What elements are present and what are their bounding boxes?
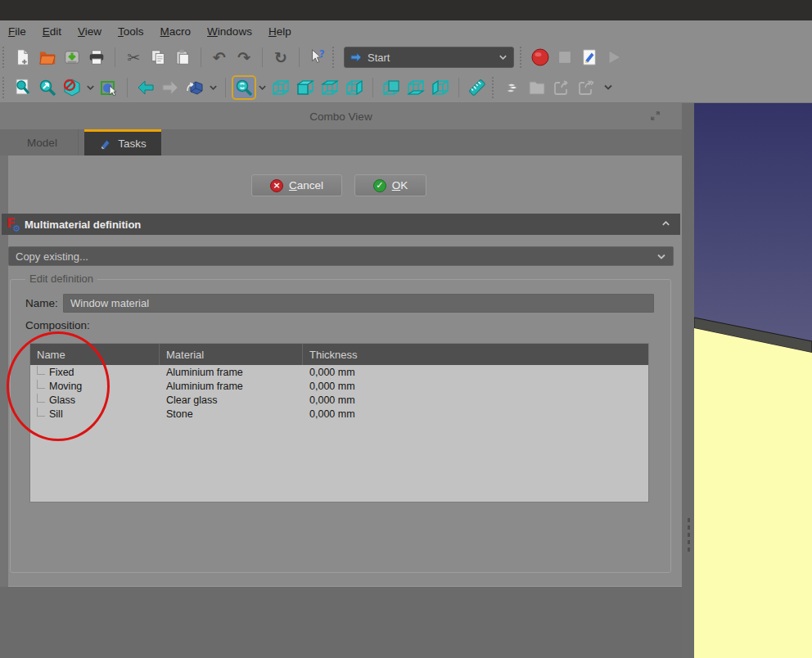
combo-view-panel: Combo View Model Tasks × Cancel ✓ OK <box>0 103 682 658</box>
collapse-chevron-icon[interactable] <box>661 220 670 227</box>
chevron-down-icon[interactable] <box>258 84 267 91</box>
redo-button[interactable]: ↷ <box>232 45 256 70</box>
pencil-icon <box>99 137 112 151</box>
save-icon <box>63 48 81 66</box>
chevron-down-icon[interactable] <box>86 84 95 91</box>
toolbar-drag-handle[interactable] <box>2 47 5 68</box>
whats-this-button[interactable]: ? <box>305 45 330 70</box>
menu-macro[interactable]: Macro <box>152 22 200 41</box>
share-button[interactable] <box>574 75 598 100</box>
navigate-back-icon <box>136 78 156 97</box>
toolbar-drag-handle[interactable] <box>492 77 494 98</box>
macro-stop-icon <box>556 48 574 66</box>
menu-help[interactable]: Help <box>260 22 300 41</box>
table-row[interactable]: Fixed Aluminium frame 0,000 mm <box>30 365 648 379</box>
ok-button[interactable]: ✓ OK <box>354 174 426 196</box>
fit-all-button[interactable] <box>11 75 35 100</box>
view-rear-button[interactable] <box>379 75 404 100</box>
view-isometric-button[interactable] <box>268 75 293 100</box>
toolbar-separator <box>262 47 263 67</box>
chevron-down-icon[interactable] <box>209 84 218 91</box>
column-header-name[interactable]: Name <box>30 344 160 365</box>
name-input[interactable] <box>63 294 654 313</box>
tree-branch-icon <box>37 394 45 403</box>
view-bottom-button[interactable] <box>404 75 428 100</box>
cut-button[interactable]: ✂ <box>121 45 146 70</box>
save-button[interactable] <box>60 45 84 70</box>
tab-tasks[interactable]: Tasks <box>84 129 161 155</box>
table-row[interactable]: Moving Aluminium frame 0,000 mm <box>30 379 648 393</box>
cell-name: Sill <box>49 408 63 420</box>
toolbar-overflow-chevron-icon[interactable] <box>603 83 613 91</box>
combo-view-titlebar[interactable]: Combo View <box>0 103 682 129</box>
draw-style-icon <box>62 78 82 97</box>
new-document-button[interactable] <box>11 45 35 70</box>
multimaterial-icon: F⚙ <box>6 217 20 232</box>
cell-material: Aluminium frame <box>160 367 303 378</box>
macro-stop-button[interactable] <box>553 45 577 70</box>
axonometric-button[interactable] <box>183 75 207 100</box>
tree-branch-icon <box>37 380 45 389</box>
toolbar-view <box>0 72 812 103</box>
multimaterial-section-header[interactable]: F⚙ Multimaterial definition <box>2 214 680 235</box>
view-left-button[interactable] <box>428 75 453 100</box>
menu-view[interactable]: View <box>70 22 110 41</box>
toolbar-file: ✂ ↶ ↷ ↻ ? Start <box>0 43 812 72</box>
copy-icon <box>149 48 167 66</box>
copy-button[interactable] <box>146 45 170 70</box>
undo-button[interactable]: ↶ <box>207 45 232 70</box>
undo-icon: ↶ <box>213 50 226 65</box>
edit-definition-group: Edit definition Name: Composition: Name … <box>10 279 671 573</box>
float-panel-icon[interactable] <box>650 110 661 121</box>
panel-splitter[interactable] <box>682 103 694 658</box>
composition-label: Composition: <box>25 319 90 331</box>
zoom-button-active[interactable] <box>232 75 256 100</box>
measure-button[interactable] <box>465 75 489 100</box>
table-row[interactable]: Glass Clear glass 0,000 mm <box>30 393 648 407</box>
paste-button[interactable] <box>170 45 195 70</box>
view-front-button[interactable] <box>293 75 318 100</box>
menu-file[interactable]: File <box>0 22 34 41</box>
fit-all-icon <box>13 78 33 97</box>
menu-windows[interactable]: Windows <box>199 22 260 41</box>
toolbar-drag-handle[interactable] <box>332 47 335 68</box>
macro-play-button[interactable] <box>602 45 626 70</box>
viewport-background <box>694 103 812 341</box>
draw-style-button[interactable] <box>60 75 84 100</box>
view-right-button[interactable] <box>342 75 367 100</box>
folder-icon <box>527 78 547 97</box>
view-bottom-icon <box>406 78 426 97</box>
box-selection-button[interactable] <box>97 75 121 100</box>
fit-selection-button[interactable] <box>35 75 60 100</box>
macro-record-icon <box>530 47 550 67</box>
table-row[interactable]: Sill Stone 0,000 mm <box>30 407 648 421</box>
macro-record-button[interactable] <box>528 45 553 70</box>
composition-table[interactable]: Name Material Thickness Fixed Aluminium … <box>29 343 649 503</box>
workbench-selector[interactable]: Start <box>344 47 514 68</box>
refresh-button[interactable]: ↻ <box>268 45 293 70</box>
tab-model[interactable]: Model <box>7 129 79 155</box>
menu-edit[interactable]: Edit <box>34 22 70 41</box>
open-document-button[interactable] <box>35 45 60 70</box>
navigate-back-button[interactable] <box>133 75 158 100</box>
toolbar-separator <box>372 78 373 97</box>
column-header-material[interactable]: Material <box>160 344 303 365</box>
column-header-thickness[interactable]: Thickness <box>303 344 648 365</box>
arch-button[interactable] <box>500 75 525 100</box>
cancel-button[interactable]: × Cancel <box>251 174 342 196</box>
export-button[interactable] <box>549 75 574 100</box>
menu-tools[interactable]: Tools <box>110 22 152 41</box>
cell-material: Stone <box>160 408 303 420</box>
view-right-icon <box>345 78 364 97</box>
navigate-forward-button[interactable] <box>158 75 183 100</box>
macro-edit-button[interactable] <box>577 45 602 70</box>
folder-button[interactable] <box>525 75 549 100</box>
view-top-icon <box>320 78 340 97</box>
table-header: Name Material Thickness <box>30 344 648 365</box>
3d-viewport[interactable] <box>694 103 812 658</box>
view-top-button[interactable] <box>318 75 342 100</box>
print-button[interactable] <box>84 45 109 70</box>
copy-existing-select[interactable]: Copy existing... <box>8 246 674 266</box>
toolbar-drag-handle[interactable] <box>2 77 5 98</box>
toolbar-drag-handle[interactable] <box>520 47 522 68</box>
